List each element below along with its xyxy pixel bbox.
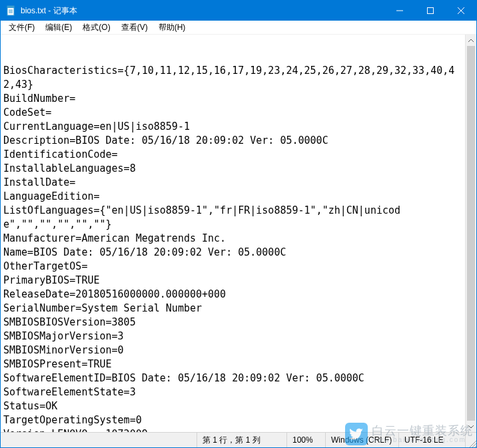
editor-area: BiosCharacteristics={7,10,11,12,15,16,17… (1, 35, 476, 432)
svg-line-11 (475, 446, 476, 447)
maximize-button[interactable] (415, 1, 446, 21)
scroll-up-icon[interactable] (466, 35, 477, 46)
resize-grip[interactable] (465, 433, 476, 447)
window-title: bios.txt - 记事本 (21, 5, 77, 17)
status-eol: Windows (CRLF) (325, 433, 398, 447)
notepad-icon (6, 5, 17, 16)
status-position: 第 1 行，第 1 列 (197, 433, 286, 447)
status-zoom: 100% (286, 433, 325, 447)
text-content[interactable]: BiosCharacteristics={7,10,11,12,15,16,17… (1, 35, 465, 432)
svg-rect-6 (428, 8, 434, 14)
titlebar-left: bios.txt - 记事本 (1, 5, 77, 17)
window-buttons (384, 1, 476, 21)
menu-view[interactable]: 查看(V) (116, 21, 153, 35)
close-button[interactable] (446, 1, 476, 21)
menu-file[interactable]: 文件(F) (3, 21, 40, 35)
statusbar: 第 1 行，第 1 列 100% Windows (CRLF) UTF-16 L… (1, 432, 476, 447)
menubar: 文件(F) 编辑(E) 格式(O) 查看(V) 帮助(H) (1, 21, 476, 35)
menu-edit[interactable]: 编辑(E) (40, 21, 77, 35)
scroll-down-icon[interactable] (466, 421, 477, 432)
scroll-track[interactable] (466, 46, 476, 421)
menu-help[interactable]: 帮助(H) (153, 21, 191, 35)
menu-format[interactable]: 格式(O) (77, 21, 115, 35)
notepad-window: bios.txt - 记事本 文件(F) 编辑(E) 格式(O) 查看(V) 帮… (0, 0, 477, 448)
status-encoding: UTF-16 LE (398, 433, 465, 447)
svg-rect-1 (7, 6, 14, 8)
vertical-scrollbar[interactable] (465, 35, 476, 432)
titlebar[interactable]: bios.txt - 记事本 (1, 1, 476, 21)
scroll-thumb[interactable] (467, 46, 475, 421)
minimize-button[interactable] (384, 1, 415, 21)
